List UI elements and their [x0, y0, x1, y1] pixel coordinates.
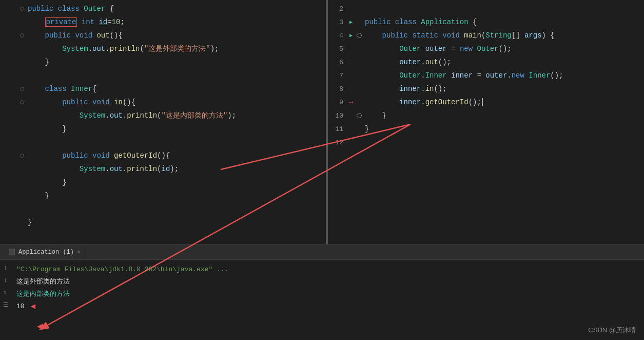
scroll-up-button[interactable]: ↑ [1, 263, 10, 272]
right-code-line-9: 9 → inner.getOuterId(); [328, 96, 644, 109]
right-line-num-12: 12 [328, 139, 346, 146]
console-line-1: "C:\Program Files\Java\jdk1.8.0_202\bin\… [16, 263, 640, 275]
code-line-17: } [0, 216, 326, 229]
right-line-num-6: 6 [328, 59, 346, 66]
console-path-text: "C:\Program Files\Java\jdk1.8.0_202\bin\… [16, 266, 228, 273]
code-line-4: System.out.println("这是外部类的方法"); [0, 42, 326, 55]
code-line-7: class Inner{ [0, 82, 326, 96]
right-line-num-11: 11 [328, 125, 346, 133]
right-content-5: Outer outer = new Outer(); [363, 42, 644, 55]
right-code-area: 2 3 ▶ public class Application { 4 ▶ [328, 0, 644, 149]
code-line-6 [0, 69, 326, 82]
bp-10 [356, 113, 363, 118]
fold-12 [18, 154, 26, 158]
console-tab-close[interactable]: × [77, 249, 81, 255]
line-content-7: class Inner{ [26, 82, 326, 96]
line-content-14: } [26, 176, 326, 189]
console-line-3: 这是内部类的方法 [16, 288, 640, 300]
line-content-8: public void in(){ [26, 96, 326, 109]
right-line-num-3: 3 [328, 18, 346, 26]
right-code-line-6: 6 outer.out(); [328, 55, 644, 69]
console-tab-icon: ⬛ [8, 249, 15, 255]
code-line-8: public void in(){ [0, 96, 326, 109]
right-line-num-10: 10 [328, 112, 346, 120]
code-line-5: } [0, 55, 326, 69]
watermark: CSDN @历沐晴 [588, 326, 636, 335]
code-line-9: System.out.println("这是内部类的方法"); [0, 109, 326, 122]
line-content-3: public void out(){ [26, 29, 326, 42]
wrap-button[interactable]: ⇌ [1, 288, 10, 297]
right-line-num-8: 8 [328, 85, 346, 93]
right-content-9: inner.getOuterId(); [363, 96, 644, 109]
bp-4 [356, 33, 363, 38]
line-content-12: public void getOuterId(){ [26, 149, 326, 162]
right-content-10: } [363, 109, 644, 122]
line-content-1: public class Outer { [26, 2, 326, 15]
console-tab: ⬛ Application (1) × [4, 244, 85, 259]
right-code-line-8: 8 inner.in(); [328, 82, 644, 96]
console-tab-label: Application (1) [18, 249, 74, 256]
fold-1 [18, 7, 26, 11]
right-line-num-2: 2 [328, 5, 346, 13]
settings-button[interactable]: ☰ [1, 300, 10, 309]
line-content-15: } [26, 189, 326, 202]
line-content-17: } [26, 216, 326, 229]
right-code-line-12: 12 [328, 136, 644, 149]
right-code-line-7: 7 Outer.Inner inner = outer.new Inner(); [328, 69, 644, 82]
right-code-line-2: 2 [328, 2, 644, 15]
run-arrow-4: ▶ [346, 32, 356, 39]
line-content-13: System.out.println(id); [26, 162, 326, 176]
right-content-7: Outer.Inner inner = outer.new Inner(); [363, 69, 644, 82]
console-line-2: 这是外部类的方法 [16, 275, 640, 288]
console-output: "C:\Program Files\Java\jdk1.8.0_202\bin\… [16, 263, 640, 312]
right-pane: 2 3 ▶ public class Application { 4 ▶ [328, 0, 644, 244]
console-output-2: 这是内部类的方法 [16, 289, 70, 298]
right-line-num-7: 7 [328, 72, 346, 80]
right-code-line-4: 4 ▶ public static void main(String[] arg… [328, 29, 644, 42]
console-tab-bar: ⬛ Application (1) × [0, 244, 644, 260]
line-content-5: } [26, 55, 326, 69]
line-content-2: private int id=10; [26, 15, 326, 29]
code-line-1: public class Outer { [0, 2, 326, 15]
code-line-16 [0, 202, 326, 216]
line-content-10: } [26, 122, 326, 136]
fold-8 [18, 100, 26, 104]
console-output-1: 这是外部类的方法 [16, 277, 70, 286]
right-line-num-4: 4 [328, 32, 346, 40]
code-line-3: public void out(){ [0, 29, 326, 42]
console-area: ⬛ Application (1) × ↑ ↓ ⇌ ☰ "C:\Program … [0, 244, 644, 340]
line-content-9: System.out.println("这是内部类的方法"); [26, 109, 326, 122]
red-arrow-icon: ◀ [31, 301, 36, 311]
left-code-area: public class Outer { private int id=10; … [0, 0, 326, 229]
right-content-6: outer.out(); [363, 55, 644, 69]
code-line-15: } [0, 189, 326, 202]
right-code-line-3: 3 ▶ public class Application { [328, 15, 644, 29]
editor-area: public class Outer { private int id=10; … [0, 0, 644, 244]
right-line-num-5: 5 [328, 45, 346, 53]
console-content: ↑ ↓ ⇌ ☰ "C:\Program Files\Java\jdk1.8.0_… [0, 260, 644, 340]
fold-3 [18, 33, 26, 37]
console-line-4: 10 ◀ [16, 300, 640, 312]
code-line-13: System.out.println(id); [0, 162, 326, 176]
watermark-text: CSDN @历沐晴 [588, 326, 636, 334]
fold-7 [18, 87, 26, 91]
right-code-line-11: 11 } [328, 122, 644, 136]
code-line-11 [0, 136, 326, 149]
right-content-11: } [363, 122, 644, 136]
code-line-14: } [0, 176, 326, 189]
console-output-3: 10 [16, 303, 25, 310]
code-line-10: } [0, 122, 326, 136]
run-arrow-3: ▶ [346, 19, 356, 25]
right-code-line-5: 5 Outer outer = new Outer(); [328, 42, 644, 55]
run-arrow-9: → [346, 98, 356, 106]
line-content-4: System.out.println("这是外部类的方法"); [26, 42, 326, 55]
right-code-line-10: 10 } [328, 109, 644, 122]
right-line-num-9: 9 [328, 99, 346, 106]
right-content-3: public class Application { [363, 15, 644, 29]
code-line-2: private int id=10; [0, 15, 326, 29]
code-line-12: public void getOuterId(){ [0, 149, 326, 162]
right-content-8: inner.in(); [363, 82, 644, 96]
scroll-down-button[interactable]: ↓ [1, 275, 10, 285]
right-content-4: public static void main(String[] args) { [363, 29, 644, 42]
left-pane: public class Outer { private int id=10; … [0, 0, 326, 244]
